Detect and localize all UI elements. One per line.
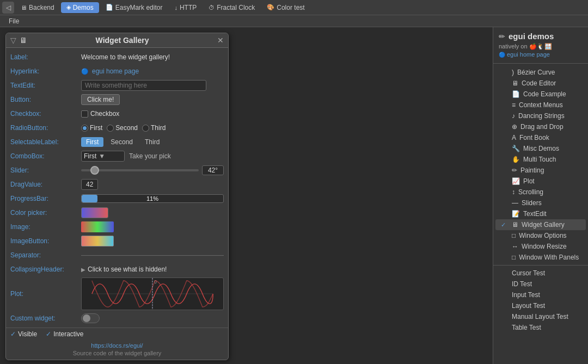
code-editor-icon: 🖥 xyxy=(512,79,518,87)
manual-layout-label: Manual Layout Test xyxy=(512,313,568,320)
radio-first[interactable]: First xyxy=(81,124,102,132)
radio-second[interactable]: Second xyxy=(107,124,138,132)
sidebar-item-painting[interactable]: ✏ Painting xyxy=(495,165,586,176)
drag-drop-icon: ⊕ xyxy=(512,123,517,131)
selectable-third[interactable]: Third xyxy=(140,137,164,147)
toggle-widget[interactable] xyxy=(81,313,100,323)
slider-track[interactable] xyxy=(81,169,199,171)
code-example-label: Code Example xyxy=(523,90,566,98)
interactive-check-icon: ✓ xyxy=(46,330,51,338)
slider-value: 42° xyxy=(202,165,224,175)
table-test-label: Table Test xyxy=(512,324,541,331)
sidebar-item-textedit[interactable]: 📝 TextEdit xyxy=(495,208,586,219)
sidebar-item-manual-layout[interactable]: Manual Layout Test xyxy=(495,311,586,322)
image-row: Image: xyxy=(10,221,224,233)
widget-gallery-check: ✓ xyxy=(501,221,509,229)
sidebar-item-window-options[interactable]: □ Window Options xyxy=(495,230,586,241)
sidebar-item-dancing-strings[interactable]: ♪ Dancing Strings xyxy=(495,110,586,121)
tab-easymark[interactable]: 📄 EasyMark editor xyxy=(100,2,168,13)
docs-link[interactable]: https://docs.rs/egui/ xyxy=(91,342,143,349)
button-row: Button: Click me! xyxy=(10,94,224,106)
sidebar-item-table-test[interactable]: Table Test xyxy=(495,322,586,333)
code-example-icon: 📄 xyxy=(512,90,520,98)
bezier-label: Bézier Curve xyxy=(517,69,555,76)
sidebar-item-drag-drop[interactable]: ⊕ Drag and Drop xyxy=(495,121,586,132)
id-test-label: ID Test xyxy=(512,280,532,288)
back-button[interactable]: ◁ xyxy=(2,2,14,14)
sidebar-item-window-panels[interactable]: □ Window With Panels xyxy=(495,252,586,263)
custom-control xyxy=(81,313,224,323)
source-link[interactable]: Source code of the widget gallery xyxy=(73,350,162,356)
selectable-first[interactable]: First xyxy=(81,137,103,147)
textedit-field-label: TextEdit: xyxy=(10,82,81,89)
layout-test-label: Layout Test xyxy=(512,302,545,310)
colortest-icon: 🎨 xyxy=(267,4,274,11)
click-me-button[interactable]: Click me! xyxy=(81,94,120,105)
combo-select[interactable]: First ▼ xyxy=(81,151,125,162)
sidebar-item-id-test[interactable]: ID Test xyxy=(495,279,586,289)
easymark-icon: 📄 xyxy=(106,4,113,11)
widget-content: Label: Welcome to the widget gallery! Hy… xyxy=(6,48,228,328)
checkbox-label[interactable]: Checkbox xyxy=(81,110,119,118)
sidebar-item-misc-demos[interactable]: 🔧 Misc Demos xyxy=(495,143,586,154)
sidebar-item-sliders[interactable]: — Sliders xyxy=(495,198,586,208)
visible-check[interactable]: ✓ Visible xyxy=(10,330,37,338)
selectable-row: SelectableLabel: First Second Third xyxy=(10,136,224,148)
plot-display[interactable]: 0 xyxy=(81,277,224,310)
tab-http[interactable]: ↓ HTTP xyxy=(169,2,202,13)
collapsing-header[interactable]: ▶ Click to see what is hidden! xyxy=(81,264,167,274)
sidebar-item-plot[interactable]: 📈 Plot xyxy=(495,176,586,187)
sidebar-item-multi-touch[interactable]: ✋ Multi Touch xyxy=(495,154,586,165)
misc-demos-label: Misc Demos xyxy=(523,145,559,152)
tab-backend[interactable]: 🖥 Backend xyxy=(15,2,60,13)
selectable-second[interactable]: Second xyxy=(106,137,138,147)
sidebar-item-input-test[interactable]: Input Test xyxy=(495,289,586,300)
radio-field-label: RadioButton: xyxy=(10,124,81,132)
visible-check-icon: ✓ xyxy=(10,330,16,338)
image-control xyxy=(81,221,224,232)
sidebar-item-cursor-test[interactable]: Cursor Test xyxy=(495,268,586,279)
interactive-label: Interactive xyxy=(53,330,83,338)
sidebar-item-scrolling[interactable]: ↕ Scrolling xyxy=(495,187,586,198)
tab-demos[interactable]: ◈ Demos xyxy=(61,2,99,13)
button-control: Click me! xyxy=(81,94,224,105)
radio-third[interactable]: Third xyxy=(142,124,166,132)
colorpicker-field-label: Color picker: xyxy=(10,209,81,217)
egui-home-link[interactable]: 🔵 egui home page xyxy=(493,51,588,61)
natively-text: natively on 🍎🐧🪟 xyxy=(493,43,588,51)
sidebar-list: ) Bézier Curve 🖥 Code Editor 📄 Code Exam… xyxy=(493,66,588,364)
window-close-button[interactable]: ✕ xyxy=(217,36,224,44)
dancing-strings-label: Dancing Strings xyxy=(518,112,565,120)
sidebar-item-code-example[interactable]: 📄 Code Example xyxy=(495,89,586,100)
sidebar-item-layout-test[interactable]: Layout Test xyxy=(495,300,586,311)
sidebar-item-code-editor[interactable]: 🖥 Code Editor xyxy=(495,78,586,89)
progress-row: ProgressBar: 11% xyxy=(10,193,224,205)
hyperlink-link[interactable]: egui home page xyxy=(92,67,139,75)
collapsing-text: Click to see what is hidden! xyxy=(88,266,167,273)
window-menu-icon[interactable]: ▽ xyxy=(10,36,16,45)
tab-clock[interactable]: ⏱ Fractal Clock xyxy=(203,2,260,13)
sidebar-section-divider xyxy=(493,265,588,266)
drag-value[interactable]: 42 xyxy=(81,179,98,190)
image-button[interactable] xyxy=(81,236,114,246)
collapse-triangle-icon: ▶ xyxy=(81,267,85,273)
slider-thumb[interactable] xyxy=(90,166,99,175)
collapsing-row: CollapsingHeader: ▶ Click to see what is… xyxy=(10,263,224,275)
right-sidebar: ✏ egui demos natively on 🍎🐧🪟 🔵 egui home… xyxy=(493,27,588,364)
button-field-label: Button: xyxy=(10,96,81,103)
sidebar-item-context-menus[interactable]: ≡ Context Menus xyxy=(495,100,586,110)
link-icon: 🔵 xyxy=(81,68,89,75)
interactive-check[interactable]: ✓ Interactive xyxy=(46,330,83,338)
textedit-sidebar-label: TextEdit xyxy=(523,210,547,218)
color-picker-swatch[interactable] xyxy=(81,207,108,218)
textedit-input[interactable] xyxy=(81,80,206,91)
sidebar-item-font-book[interactable]: A Font Book xyxy=(495,132,586,143)
tab-bar: ◁ 🖥 Backend ◈ Demos 📄 EasyMark editor ↓ … xyxy=(0,0,588,15)
menu-file[interactable]: File xyxy=(4,16,23,26)
sidebar-item-bezier[interactable]: ) Bézier Curve xyxy=(495,67,586,78)
tab-colortest[interactable]: 🎨 Color test xyxy=(261,2,310,13)
window-links: https://docs.rs/egui/ Source code of the… xyxy=(6,340,228,360)
sidebar-item-widget-gallery[interactable]: ✓ 🖥 Widget Gallery xyxy=(495,219,586,230)
sidebar-item-window-resize[interactable]: ↔ Window Resize xyxy=(495,241,586,252)
checkbox-text: Checkbox xyxy=(90,110,119,118)
